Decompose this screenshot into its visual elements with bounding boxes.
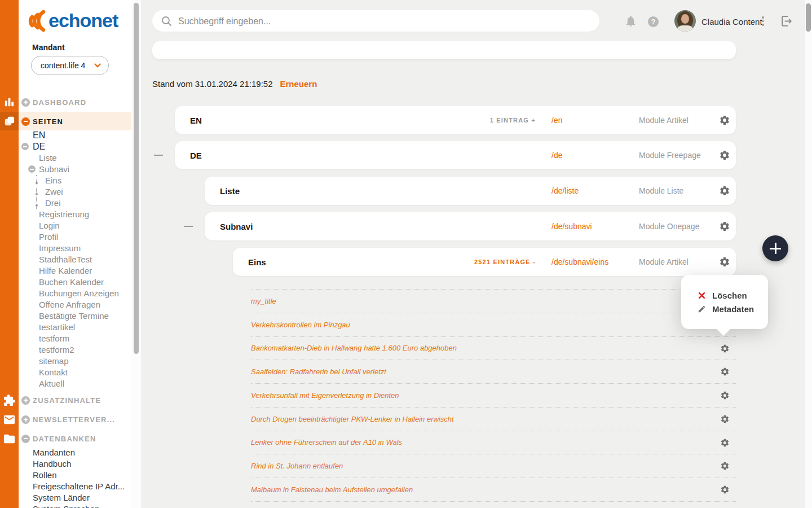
db-item[interactable]: Rollen xyxy=(0,470,131,481)
menu-item-metadata[interactable]: Metadaten xyxy=(681,302,768,316)
tree-item-eins[interactable]: Eins xyxy=(37,175,131,186)
gear-icon[interactable] xyxy=(719,185,730,196)
page-path-link[interactable]: /de/subnavi xyxy=(551,212,592,240)
gear-icon[interactable] xyxy=(719,150,730,161)
tree-item[interactable]: Impressum xyxy=(0,243,131,254)
tree-item[interactable]: Kontakt xyxy=(0,367,131,378)
tree-item[interactable]: testform xyxy=(0,333,131,344)
expand-icon[interactable] xyxy=(21,98,30,107)
db-item[interactable]: Freigeschaltene IP Adr... xyxy=(0,481,131,492)
tree-item[interactable]: Offene Anfragen xyxy=(0,299,131,310)
page-path-link[interactable]: /de xyxy=(551,141,562,169)
collapse-toggle[interactable] xyxy=(154,155,163,156)
entry-link[interactable]: Rind in St. Johann entlaufen xyxy=(251,462,343,470)
gear-icon[interactable] xyxy=(719,256,730,268)
tree-item[interactable]: Buchungen Anzeigen xyxy=(0,288,131,299)
refresh-link[interactable]: Erneuern xyxy=(280,79,317,89)
logout-icon[interactable] xyxy=(779,14,793,28)
sidebar-item-newsletter[interactable]: NEWSLETTERVER... xyxy=(0,414,131,425)
db-item[interactable]: Mandanten xyxy=(0,447,131,458)
echonet-logo[interactable]: echonet xyxy=(26,8,125,35)
tree-item[interactable]: Login xyxy=(0,220,131,231)
page-path-link[interactable]: /en xyxy=(551,106,562,134)
mandant-select[interactable]: content.life 4 xyxy=(31,56,109,75)
sidebar-item-dashboard[interactable]: DASHBOARD xyxy=(0,97,131,108)
tree-item[interactable]: Hilfe Kalender xyxy=(0,265,131,277)
page-scrollbar[interactable] xyxy=(806,3,811,32)
menu-item-delete[interactable]: Löschen xyxy=(681,288,768,302)
gear-icon[interactable] xyxy=(720,461,730,471)
entry-link[interactable]: Lenker ohne Führerschein auf der A10 in … xyxy=(251,438,402,446)
db-item[interactable]: System Sprachen xyxy=(0,503,131,508)
gear-icon[interactable] xyxy=(719,115,730,126)
entry-link[interactable]: Verkehrsunfall mit Eigenverletzung in Di… xyxy=(251,391,399,400)
gear-icon[interactable] xyxy=(720,344,730,353)
entry-row: Kennzeichen in Zell am See abgenommen xyxy=(251,502,736,508)
tree-item[interactable]: testform2 xyxy=(0,344,131,356)
page-row-subnavi: Subnavi /de/subnavi Module Onepage xyxy=(152,212,736,240)
tree-item-subnavi[interactable]: Subnavi xyxy=(0,164,131,175)
sidebar-item-seiten[interactable]: SEITEN xyxy=(0,116,131,127)
sidebar-item-label: ZUSATZINHALTE xyxy=(33,396,101,405)
page-path-link[interactable]: /de/subnavi/eins xyxy=(551,248,608,276)
entry-count[interactable]: 2521 EINTRÄGE - xyxy=(395,248,536,276)
collapse-icon[interactable] xyxy=(21,117,30,126)
expand-icon[interactable] xyxy=(21,396,30,405)
user-name[interactable]: Claudia Content xyxy=(701,17,762,27)
tree-item[interactable]: Bestätigte Termine xyxy=(0,310,131,322)
help-icon[interactable]: ? xyxy=(648,16,659,27)
tree-item[interactable]: Aktuell xyxy=(0,378,131,389)
entry-count[interactable]: 1 EINTRAG + xyxy=(395,106,536,134)
sidebar-item-datenbanken[interactable]: DATENBANKEN xyxy=(0,433,131,444)
tree-item[interactable]: StadthalleTest xyxy=(0,254,131,265)
tree-item-zwei[interactable]: Zwei xyxy=(37,186,131,198)
entry-link[interactable]: Maibaum in Faistenau beim Aufstellen umg… xyxy=(251,485,413,494)
puzzle-icon[interactable] xyxy=(3,394,16,407)
db-item[interactable]: Handbuch xyxy=(0,458,131,470)
tree-item[interactable]: sitemap xyxy=(0,356,131,367)
avatar[interactable] xyxy=(674,10,696,32)
tree-item-en[interactable]: EN xyxy=(0,130,131,141)
folder-icon[interactable] xyxy=(3,432,16,445)
gear-icon[interactable] xyxy=(719,221,730,232)
page-title: Liste xyxy=(220,186,240,196)
entry-link[interactable]: Saalfelden: Radfahrerin bei Unfall verle… xyxy=(251,367,386,376)
page-path-link[interactable]: /de/liste xyxy=(551,177,579,205)
gear-icon[interactable] xyxy=(720,438,730,448)
db-item[interactable]: System Länder xyxy=(0,492,131,503)
entry-link[interactable]: Verkehrskontrollen im Pinzgau xyxy=(251,321,350,329)
tree-item[interactable]: Registrierung xyxy=(0,209,131,220)
add-button[interactable] xyxy=(762,235,788,261)
search-input[interactable] xyxy=(177,10,591,33)
entry-link[interactable]: Bankomatkarten-Dieb in Hallwang hatte 1.… xyxy=(251,344,457,352)
menu-item-label: Metadaten xyxy=(712,304,754,314)
sidebar-scrollbar[interactable] xyxy=(134,3,139,354)
gear-icon[interactable] xyxy=(720,391,730,400)
tree-item-drei[interactable]: Drei xyxy=(37,198,131,209)
collapse-icon[interactable] xyxy=(21,435,30,443)
tree-item-liste[interactable]: Liste xyxy=(0,152,131,164)
sidebar-item-label: SEITEN xyxy=(33,117,63,126)
user-menu-icon[interactable] xyxy=(762,16,764,26)
pages-icon[interactable] xyxy=(3,115,16,128)
collapse-icon[interactable] xyxy=(21,143,29,150)
bell-icon[interactable] xyxy=(624,15,637,28)
tree-item-de[interactable]: DE xyxy=(0,141,131,152)
tree-item[interactable]: Buchen Kalender xyxy=(0,277,131,288)
dashboard-icon[interactable] xyxy=(3,95,16,108)
entry-link[interactable]: my_title xyxy=(251,297,276,305)
gear-icon[interactable] xyxy=(720,367,730,376)
collapse-toggle[interactable] xyxy=(184,226,193,227)
entry-row: Durch Drogen beeinträchtigter PKW-Lenker… xyxy=(251,408,736,431)
sidebar-item-label: NEWSLETTERVER... xyxy=(33,415,115,424)
entry-link[interactable]: Durch Drogen beeinträchtigter PKW-Lenker… xyxy=(251,415,454,423)
page-module: Module Artikel xyxy=(639,106,689,134)
tree-item[interactable]: testartikel xyxy=(0,322,131,333)
mail-icon[interactable] xyxy=(3,413,16,426)
collapse-icon[interactable] xyxy=(28,165,36,173)
gear-icon[interactable] xyxy=(720,485,730,494)
gear-icon[interactable] xyxy=(720,414,730,424)
expand-icon[interactable] xyxy=(21,415,30,424)
sidebar-item-zusatzinhalte[interactable]: ZUSATZINHALTE xyxy=(0,395,131,406)
tree-item[interactable]: Profil xyxy=(0,231,131,243)
